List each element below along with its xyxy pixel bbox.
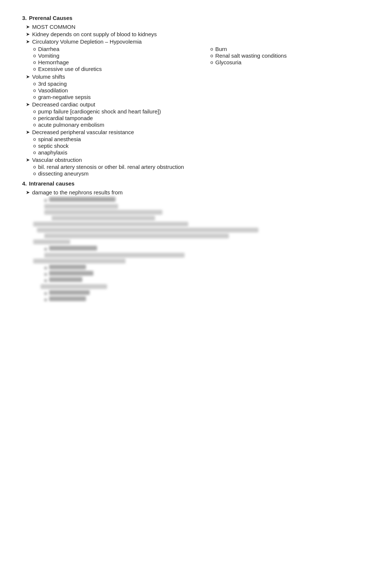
cvd-diuretics: o Excessive use of diuretics bbox=[33, 66, 199, 72]
blurred-text-5 bbox=[49, 277, 82, 282]
cvd-diuretics-text: Excessive use of diuretics bbox=[38, 66, 102, 72]
circle-icon-13: o bbox=[33, 122, 36, 127]
blurred-circle-6: o bbox=[44, 290, 47, 296]
blurred-item-2: o bbox=[44, 246, 370, 252]
arrow-icon-2: ➤ bbox=[26, 31, 30, 37]
blurred-text-4 bbox=[49, 271, 93, 276]
bullet-decreased-pvr: ➤ Decreased peripheral vascular resistan… bbox=[26, 129, 370, 135]
blurred-item-5: o bbox=[44, 277, 370, 283]
bullet-kidney: ➤ Kidney depends on cont supply of blood… bbox=[26, 31, 370, 37]
blurred-label-1 bbox=[33, 239, 370, 244]
spinal-text: spinal anesthesia bbox=[38, 136, 81, 142]
sub-anaphylaxis: o anaphylaxis bbox=[33, 149, 370, 156]
circle-icon-16: o bbox=[33, 150, 36, 155]
circle-icon-15: o bbox=[33, 143, 36, 149]
circle-icon-6: o bbox=[210, 53, 213, 58]
circle-icon-14: o bbox=[33, 136, 36, 142]
cvd-burn-text: Burn bbox=[215, 46, 227, 52]
circle-icon-2: o bbox=[33, 53, 36, 58]
arrow-icon-8: ➤ bbox=[26, 190, 30, 195]
cvd-vomiting-text: Vomiting bbox=[38, 52, 59, 59]
blurred-line-2 bbox=[44, 210, 162, 215]
sub-3rd-spacing: o 3rd spacing bbox=[33, 81, 370, 87]
circle-icon-4: o bbox=[33, 66, 36, 72]
blurred-circle-3: o bbox=[44, 265, 47, 271]
circle-icon-9: o bbox=[33, 88, 36, 93]
blurred-text-7 bbox=[49, 296, 86, 301]
blurred-circle-7: o bbox=[44, 297, 47, 302]
pump-failure-text: pump failure [cardiogenic shock and hear… bbox=[38, 108, 161, 115]
blurred-circle-1: o bbox=[44, 197, 47, 203]
blurred-text-1 bbox=[49, 197, 116, 202]
blurred-cluster-1 bbox=[44, 204, 370, 221]
cvd-burn: o Burn bbox=[210, 46, 347, 52]
anaphylaxis-text: anaphylaxis bbox=[38, 149, 67, 156]
sub-septic: o septic shock bbox=[33, 143, 370, 149]
sub-pulmonary: o acute pulmonary embolism bbox=[33, 122, 370, 128]
blurred-text-6 bbox=[49, 290, 90, 295]
circle-icon-12: o bbox=[33, 115, 36, 121]
circle-icon-1: o bbox=[33, 46, 36, 52]
blurred-line-5 bbox=[37, 228, 258, 232]
cvd-renal-salt-text: Renal salt wasting conditions bbox=[215, 52, 286, 59]
section4-heading: 4. Intrarenal causes bbox=[22, 180, 370, 188]
cvd-diarrhea-text: Diarrhea bbox=[38, 46, 59, 52]
arrow-icon-7: ➤ bbox=[26, 157, 30, 163]
blurred-line-6 bbox=[44, 234, 229, 238]
sub-pump-failure: o pump failure [cardiogenic shock and he… bbox=[33, 108, 370, 115]
cvd-vomiting: o Vomiting bbox=[33, 52, 199, 59]
circle-icon-10: o bbox=[33, 94, 36, 100]
sub-dissecting: o dissecting aneurysm bbox=[33, 170, 370, 177]
arrow-icon-5: ➤ bbox=[26, 102, 30, 107]
blurred-item-1: o bbox=[44, 197, 370, 203]
cvd-right-col: o Burn o Renal salt wasting conditions o… bbox=[199, 45, 347, 72]
sub-spinal: o spinal anesthesia bbox=[33, 136, 370, 142]
blurred-item-4: o bbox=[44, 271, 370, 277]
bullet-damage: ➤ damage to the nephrons results from bbox=[26, 189, 370, 195]
circle-icon-8: o bbox=[33, 81, 36, 86]
blurred-item-7: o bbox=[44, 296, 370, 302]
cvd-glycosuria-text: Glycosuria bbox=[215, 59, 241, 65]
cvd-columns: o Diarrhea o Vomiting o Hemorrhage o Exc… bbox=[22, 45, 370, 72]
pericardial-text: pericardial tamponade bbox=[38, 115, 93, 121]
blurred-section: o o o o o bbox=[33, 197, 370, 302]
cvd-left-col: o Diarrhea o Vomiting o Hemorrhage o Exc… bbox=[22, 45, 199, 72]
blurred-text-3 bbox=[49, 265, 86, 269]
sub-gram-negative: o gram-negative sepsis bbox=[33, 94, 370, 100]
section3-title: Prerenal Causes bbox=[29, 15, 73, 21]
dissecting-text: dissecting aneurysm bbox=[38, 170, 89, 177]
cvd-renal-salt: o Renal salt wasting conditions bbox=[210, 52, 347, 59]
section3-number: 3. bbox=[22, 15, 27, 23]
bullet-vascular-obstruction: ➤ Vascular obstruction bbox=[26, 157, 370, 163]
decreased-cardiac-text: Decreased cardiac output bbox=[32, 101, 95, 108]
blurred-circle-2: o bbox=[44, 246, 47, 252]
cvd-hemorrhage-text: Hemorrhage bbox=[38, 59, 69, 65]
arrow-icon-6: ➤ bbox=[26, 129, 30, 135]
blurred-line-1 bbox=[44, 204, 118, 209]
cvd-diarrhea: o Diarrhea bbox=[33, 46, 199, 52]
blurred-circle-4: o bbox=[44, 271, 47, 277]
bullet-cvd: ➤ Circulatory Volume Depletion – Hypovol… bbox=[26, 38, 370, 45]
vasodilation-text: Vasodilation bbox=[38, 87, 68, 93]
circle-icon-5: o bbox=[210, 46, 213, 52]
decreased-pvr-text: Decreased peripheral vascular resistance bbox=[32, 129, 134, 135]
blurred-line-9 bbox=[33, 259, 125, 263]
blurred-wide-line bbox=[33, 222, 370, 227]
bullet-most-common: ➤ MOST COMMON bbox=[26, 24, 370, 30]
cvd-glycosuria: o Glycosuria bbox=[210, 59, 347, 65]
blurred-line-3 bbox=[52, 216, 155, 221]
blurred-item-6: o bbox=[44, 290, 370, 296]
circle-icon-7: o bbox=[210, 59, 213, 65]
bullet-decreased-cardiac: ➤ Decreased cardiac output bbox=[26, 101, 370, 108]
bullet-volume-shifts: ➤ Volume shifts bbox=[26, 74, 370, 80]
arrow-icon-3: ➤ bbox=[26, 39, 30, 44]
pulmonary-text: acute pulmonary embolism bbox=[38, 122, 104, 128]
arrow-icon-4: ➤ bbox=[26, 74, 30, 79]
section3-heading: 3. Prerenal Causes bbox=[22, 15, 370, 23]
blurred-item-3: o bbox=[44, 265, 370, 271]
blurred-line-4 bbox=[33, 222, 188, 227]
circle-icon-3: o bbox=[33, 59, 36, 65]
blurred-sub-label bbox=[41, 284, 370, 289]
damage-text: damage to the nephrons results from bbox=[32, 189, 123, 195]
circle-icon-17: o bbox=[33, 164, 36, 170]
